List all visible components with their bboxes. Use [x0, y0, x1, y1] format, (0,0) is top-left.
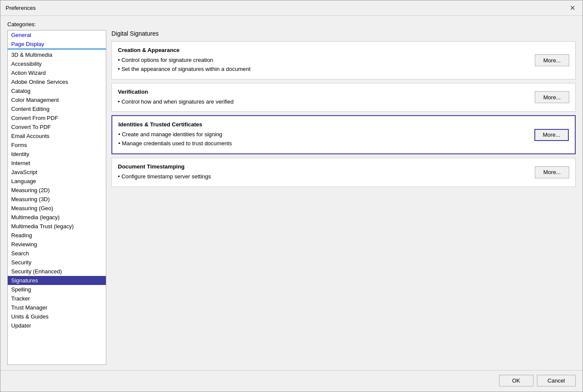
sidebar-item-internet[interactable]: Internet	[8, 159, 106, 168]
more-button-verification[interactable]: More...	[535, 91, 569, 103]
sidebar-item-action-wizard[interactable]: Action Wizard	[8, 68, 106, 77]
dialog-footer: OK Cancel	[0, 370, 583, 392]
section-subtitle-document-timestamping: Document Timestamping	[118, 163, 528, 170]
section-subtitle-identities-trusted-certs: Identities & Trusted Certificates	[118, 121, 527, 128]
content-row: GeneralPage Display3D & MultimediaAccess…	[7, 30, 576, 365]
sidebar-item-convert-to-pdf[interactable]: Convert To PDF	[8, 122, 106, 132]
sidebar-item-language[interactable]: Language	[8, 177, 106, 186]
sidebar-item-accessibility[interactable]: Accessibility	[8, 59, 106, 68]
sidebar-item-multimedia-trust-legacy[interactable]: Multimedia Trust (legacy)	[8, 222, 106, 231]
section-info-creation-appearance: Creation & AppearanceControl options for…	[118, 47, 528, 74]
sidebar-item-convert-from-pdf[interactable]: Convert From PDF	[8, 113, 106, 122]
sidebar-item-adobe-online-services[interactable]: Adobe Online Services	[8, 77, 106, 86]
sections-container: Creation & AppearanceControl options for…	[111, 41, 576, 365]
more-button-creation-appearance[interactable]: More...	[535, 54, 569, 66]
sidebar-item-identity[interactable]: Identity	[8, 150, 106, 159]
sidebar-item-forms[interactable]: Forms	[8, 141, 106, 150]
sidebar-item-reviewing[interactable]: Reviewing	[8, 240, 106, 249]
more-button-document-timestamping[interactable]: More...	[535, 166, 569, 178]
dialog-title: Preferences	[6, 5, 36, 11]
section-subtitle-creation-appearance: Creation & Appearance	[118, 47, 528, 53]
sidebar-item-catalog[interactable]: Catalog	[8, 86, 106, 95]
main-panel: Digital Signatures Creation & Appearance…	[111, 30, 576, 365]
more-button-identities-trusted-certs[interactable]: More...	[534, 129, 569, 141]
sidebar-item-trust-manager[interactable]: Trust Manager	[8, 303, 106, 312]
section-bullet: Control options for signature creation	[118, 56, 528, 65]
section-bullet: Configure timestamp server settings	[118, 172, 528, 181]
sidebar-item-javascript[interactable]: JavaScript	[8, 168, 106, 177]
sidebar-item-measuring-2d[interactable]: Measuring (2D)	[8, 186, 106, 195]
section-subtitle-verification: Verification	[118, 89, 528, 95]
sidebar-item-updater[interactable]: Updater	[8, 321, 106, 330]
dialog-body: Categories: GeneralPage Display3D & Mult…	[0, 16, 583, 368]
sidebar-item-security[interactable]: Security	[8, 258, 106, 267]
preferences-dialog: Preferences ✕ Categories: GeneralPage Di…	[0, 0, 583, 392]
sidebar-item-units-guides[interactable]: Units & Guides	[8, 312, 106, 321]
section-info-document-timestamping: Document TimestampingConfigure timestamp…	[118, 163, 528, 181]
sidebar-item-general[interactable]: General	[8, 31, 106, 40]
main-section-title: Digital Signatures	[111, 30, 576, 37]
sidebar: GeneralPage Display3D & MultimediaAccess…	[7, 30, 106, 365]
section-bullet: Set the appearance of signatures within …	[118, 65, 528, 74]
section-bullet: Create and manage identities for signing	[118, 130, 527, 139]
sidebar-item-measuring-geo[interactable]: Measuring (Geo)	[8, 204, 106, 213]
section-creation-appearance: Creation & AppearanceControl options for…	[111, 41, 576, 80]
sidebar-item-email-accounts[interactable]: Email Accounts	[8, 132, 106, 141]
sidebar-item-spelling[interactable]: Spelling	[8, 285, 106, 294]
section-document-timestamping: Document TimestampingConfigure timestamp…	[111, 158, 576, 187]
categories-label: Categories:	[7, 21, 576, 28]
section-info-verification: VerificationControl how and when signatu…	[118, 89, 528, 107]
section-verification: VerificationControl how and when signatu…	[111, 83, 576, 112]
sidebar-item-search[interactable]: Search	[8, 249, 106, 258]
sidebar-item-content-editing[interactable]: Content Editing	[8, 104, 106, 113]
sidebar-item-tracker[interactable]: Tracker	[8, 294, 106, 303]
close-button[interactable]: ✕	[567, 3, 577, 13]
title-bar: Preferences ✕	[0, 0, 583, 16]
sidebar-item-page-display[interactable]: Page Display	[8, 40, 106, 49]
section-bullet: Control how and when signatures are veri…	[118, 98, 528, 107]
sidebar-item-measuring-3d[interactable]: Measuring (3D)	[8, 195, 106, 204]
sidebar-item-color-management[interactable]: Color Management	[8, 95, 106, 104]
sidebar-item-security-enhanced[interactable]: Security (Enhanced)	[8, 267, 106, 276]
ok-button[interactable]: OK	[499, 375, 534, 386]
sidebar-list[interactable]: GeneralPage Display3D & MultimediaAccess…	[7, 30, 106, 365]
section-bullet: Manage credentials used to trust documen…	[118, 139, 527, 148]
section-info-identities-trusted-certs: Identities & Trusted CertificatesCreate …	[118, 121, 527, 148]
sidebar-item-multimedia-legacy[interactable]: Multimedia (legacy)	[8, 213, 106, 222]
sidebar-item-3d-multimedia[interactable]: 3D & Multimedia	[8, 50, 106, 59]
cancel-button[interactable]: Cancel	[537, 375, 576, 386]
sidebar-item-reading[interactable]: Reading	[8, 231, 106, 240]
sidebar-item-signatures[interactable]: Signatures	[8, 276, 106, 285]
section-identities-trusted-certs: Identities & Trusted CertificatesCreate …	[111, 115, 576, 154]
